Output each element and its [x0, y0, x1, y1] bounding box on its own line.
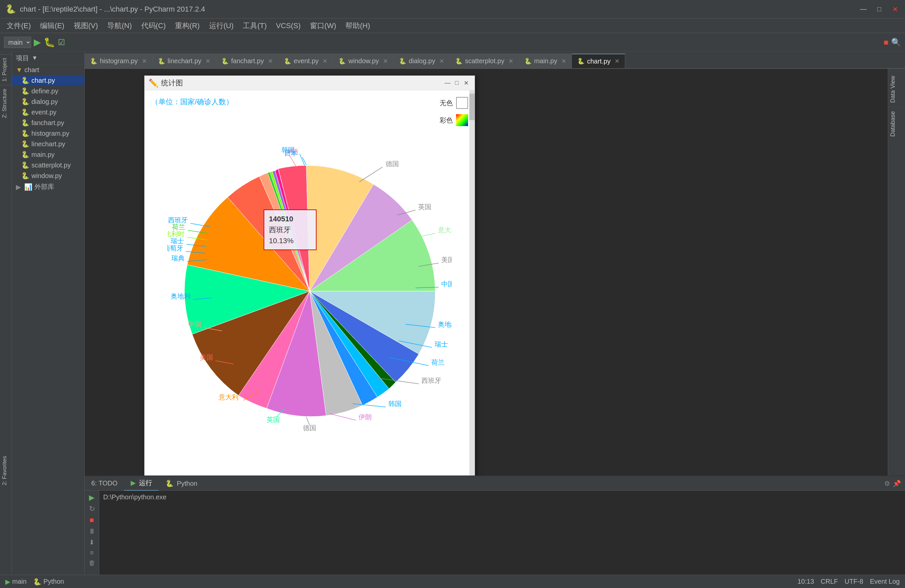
search-button[interactable]: 🔍 — [891, 38, 901, 47]
tree-root[interactable]: ▼ chart — [12, 65, 84, 75]
encoding-status: UTF-8 — [845, 578, 863, 585]
legend-white-box — [456, 97, 468, 109]
event-log-button[interactable]: Event Log — [870, 578, 900, 585]
list-button[interactable]: ≡ — [90, 549, 94, 556]
tab-close-main[interactable]: ✕ — [561, 57, 566, 65]
file-name-define: define.py — [32, 87, 58, 95]
tab-linechart[interactable]: 🐍 linechart.py ✕ — [152, 54, 216, 68]
menu-tools[interactable]: 工具(T) — [239, 19, 271, 32]
label-switzerland-right: 瑞士 — [435, 340, 448, 348]
left-tab-project[interactable]: 1: Project — [0, 54, 11, 85]
stop-run-button[interactable]: ■ — [90, 516, 94, 524]
bottom-tab-run[interactable]: ▶ 运行 — [124, 476, 159, 491]
legend-no-color-label: 无色 — [440, 99, 453, 108]
tab-close-chart[interactable]: ✕ — [614, 57, 619, 65]
tree-file-fanchart[interactable]: 🐍 fanchart.py — [12, 118, 84, 128]
label-china-left: 中国 — [188, 321, 202, 328]
tree-file-chart[interactable]: 🐍 chart.py — [12, 75, 84, 86]
menu-code[interactable]: 代码(C) — [137, 19, 170, 32]
stop-button[interactable]: ■ — [884, 38, 889, 47]
run-green-button[interactable]: ▶ — [89, 493, 95, 502]
tab-chart[interactable]: 🐍 chart.py ✕ — [572, 54, 625, 68]
dialog-maximize-button[interactable]: □ — [452, 78, 461, 88]
right-tab-database[interactable]: Database — [888, 107, 905, 141]
center-column: 🐍 histogram.py ✕ 🐍 linechart.py ✕ 🐍 fanc… — [85, 52, 905, 575]
label-italy-bottom: 意大利 — [218, 393, 238, 401]
menu-edit[interactable]: 编辑(E) — [36, 19, 68, 32]
tab-window[interactable]: 🐍 window.py ✕ — [333, 54, 393, 68]
trash-button[interactable]: 🗑 — [89, 559, 95, 567]
maximize-button[interactable]: □ — [875, 5, 884, 14]
dialog-close-button[interactable]: ✕ — [461, 78, 471, 88]
menu-help[interactable]: 帮助(H) — [341, 19, 374, 32]
tab-close-scatterplot[interactable]: ✕ — [508, 57, 513, 65]
right-tab-dataview[interactable]: Data View — [888, 72, 905, 107]
tree-file-main[interactable]: 🐍 main.py — [12, 149, 84, 160]
menu-file[interactable]: 文件(E) — [3, 19, 35, 32]
statistics-dialog[interactable]: ✏️ 统计图 — □ ✕ （单位：国家/确诊人数） — [144, 75, 475, 522]
menu-view[interactable]: 视图(V) — [70, 19, 102, 32]
left-tab-structure[interactable]: Z: Structure — [0, 85, 11, 121]
label-spain-left: 西班牙 — [168, 216, 188, 224]
settings-icon[interactable]: ⚙ — [884, 480, 890, 488]
bottom-panel: 6: TODO ▶ 运行 🐍 Python ⚙ 📌 — [85, 475, 905, 575]
tree-file-histogram[interactable]: 🐍 histogram.py — [12, 128, 84, 139]
tab-close-event[interactable]: ✕ — [322, 57, 327, 65]
py-icon-define: 🐍 — [21, 87, 29, 95]
file-name-window: window.py — [32, 172, 62, 180]
tab-close-histogram[interactable]: ✕ — [142, 57, 147, 65]
pause-button[interactable]: ⏸ — [88, 527, 95, 536]
tab-fanchart[interactable]: 🐍 fanchart.py ✕ — [216, 54, 278, 68]
tab-close-window[interactable]: ✕ — [383, 57, 388, 65]
py-icon-linechart: 🐍 — [21, 140, 29, 148]
menu-vcs[interactable]: VCS(S) — [272, 20, 305, 32]
tab-main[interactable]: 🐍 main.py ✕ — [519, 54, 572, 68]
tree-external[interactable]: ▶ 📊 外部库 — [12, 181, 84, 192]
step-button[interactable]: ⬇ — [89, 538, 95, 546]
dialog-minimize-button[interactable]: — — [443, 78, 452, 88]
left-vertical-tabs: 1: Project Z: Structure 2: Favorites — [0, 52, 12, 575]
menu-run[interactable]: 运行(U) — [205, 19, 238, 32]
tree-file-define[interactable]: 🐍 define.py — [12, 86, 84, 96]
menu-window[interactable]: 窗口(W) — [306, 19, 340, 32]
tab-close-fanchart[interactable]: ✕ — [268, 57, 273, 65]
close-button[interactable]: ✕ — [891, 5, 900, 14]
run-config-select[interactable]: main — [4, 37, 31, 48]
pin-icon[interactable]: 📌 — [893, 480, 901, 488]
tree-file-linechart[interactable]: 🐍 linechart.py — [12, 139, 84, 149]
rerun-button[interactable]: ↻ — [89, 505, 95, 513]
tree-file-scatterplot[interactable]: 🐍 scatterplot.py — [12, 160, 84, 170]
menu-refactor[interactable]: 重构(R) — [171, 19, 204, 32]
tab-histogram[interactable]: 🐍 histogram.py ✕ — [85, 54, 152, 68]
bottom-tab-todo[interactable]: 6: TODO — [85, 477, 124, 490]
tree-file-event[interactable]: 🐍 event.py — [12, 107, 84, 118]
external-icon: ▶ — [16, 183, 21, 191]
tab-label-window: window.py — [348, 57, 379, 65]
bottom-tabs-row: 6: TODO ▶ 运行 🐍 Python ⚙ 📌 — [85, 476, 905, 491]
tab-event[interactable]: 🐍 event.py ✕ — [278, 54, 333, 68]
status-bar: ▶ main 🐍 Python 10:13 CRLF UTF-8 Event L… — [0, 575, 905, 588]
label-line-germany-top — [359, 167, 383, 182]
run-button[interactable]: ▶ — [34, 37, 41, 48]
menu-navigate[interactable]: 导航(N) — [103, 19, 136, 32]
tab-scatterplot[interactable]: 🐍 scatterplot.py ✕ — [450, 54, 519, 68]
project-tree: ▼ chart 🐍 chart.py 🐍 define.py 🐍 dialog.… — [12, 65, 84, 575]
tree-file-dialog[interactable]: 🐍 dialog.py — [12, 96, 84, 107]
bottom-tab-python[interactable]: 🐍 Python — [159, 477, 204, 490]
tab-close-dialog[interactable]: ✕ — [439, 57, 444, 65]
file-name-dialog: dialog.py — [32, 98, 58, 106]
chart-tooltip: 140510 西班牙 10.13% — [264, 210, 316, 250]
bottom-toolbar: ⚙ 📌 — [880, 480, 905, 488]
label-sweden: 瑞典 — [171, 254, 184, 262]
line-col-status: 10:13 — [797, 578, 814, 585]
coverage-button[interactable]: ☑ — [58, 38, 65, 47]
tab-dialog[interactable]: 🐍 dialog.py ✕ — [394, 54, 450, 68]
file-name-fanchart: fanchart.py — [32, 119, 64, 127]
tab-close-linechart[interactable]: ✕ — [205, 57, 210, 65]
minimize-button[interactable]: — — [859, 5, 868, 14]
tree-file-window[interactable]: 🐍 window.py — [12, 170, 84, 181]
python-status: 🐍 Python — [33, 578, 64, 586]
dialog-scrollbar[interactable] — [469, 91, 475, 522]
dialog-scrollbar-thumb[interactable] — [469, 94, 475, 120]
debug-button[interactable]: 🐛 — [44, 37, 55, 48]
